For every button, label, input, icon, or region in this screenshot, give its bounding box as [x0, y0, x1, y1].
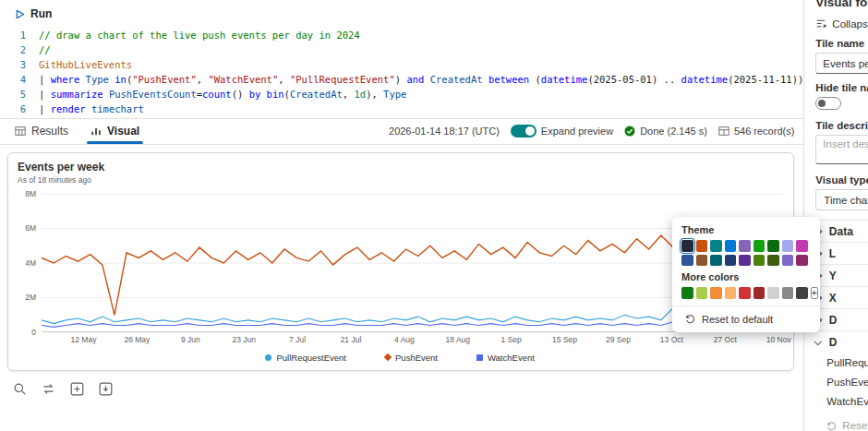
legend-item[interactable]: PushEvent	[385, 353, 438, 363]
zoom-in-icon[interactable]	[70, 382, 84, 396]
code-lines[interactable]: 1// draw a chart of the live push events…	[7, 28, 803, 116]
theme-color-swatch[interactable]	[710, 255, 722, 267]
reset-button[interactable]: Reset	[815, 420, 868, 431]
circle-marker	[265, 354, 271, 361]
theme-color-swatch[interactable]	[681, 255, 693, 267]
plot-area[interactable]	[42, 194, 782, 332]
custom-color-swatch[interactable]	[796, 287, 808, 299]
query-area: Run 1// draw a chart of the live push ev…	[0, 0, 804, 431]
feedback-icon[interactable]	[42, 382, 55, 396]
done-status: Done (2.145 s)	[640, 126, 707, 137]
square-marker	[476, 354, 483, 361]
panel-section-d[interactable]: D	[815, 308, 868, 330]
theme-color-swatch[interactable]	[753, 240, 766, 252]
panel-section-y[interactable]: Y	[815, 264, 868, 286]
add-color-button[interactable]: +	[811, 287, 818, 299]
code-line[interactable]: 2//	[7, 42, 803, 57]
tile-name-input[interactable]	[815, 53, 868, 74]
custom-color-swatch[interactable]	[782, 287, 794, 299]
collapse-all-button[interactable]: Collapse all	[815, 18, 868, 30]
timechart-plot	[42, 194, 782, 332]
panel-section-d[interactable]: D	[815, 330, 868, 353]
theme-color-swatch[interactable]	[739, 240, 751, 252]
run-button[interactable]: Run	[7, 6, 59, 22]
theme-color-swatch[interactable]	[782, 255, 794, 267]
y-tick-label: 4M	[25, 258, 36, 268]
legend: PullRequestEventPushEventWatchEvent	[18, 353, 782, 363]
tab-results-label: Results	[31, 125, 68, 138]
bar-chart-icon	[90, 126, 102, 137]
line-number: 6	[7, 102, 26, 116]
legend-item[interactable]: WatchEvent	[476, 353, 535, 363]
theme-color-swatch[interactable]	[725, 240, 737, 252]
theme-color-swatch[interactable]	[767, 255, 779, 267]
code-line[interactable]: 6| render timechart	[7, 102, 803, 116]
export-icon[interactable]	[99, 382, 113, 396]
divider	[672, 305, 820, 306]
search-icon[interactable]	[13, 382, 27, 396]
hide-tile-name-toggle[interactable]	[815, 97, 841, 110]
theme-color-swatch[interactable]	[710, 240, 722, 252]
collapse-all-label: Collapse all	[832, 18, 868, 30]
theme-swatch-rows	[681, 240, 811, 266]
code-line[interactable]: 5| summarize PushEventsCount=count() by …	[7, 87, 803, 102]
table-icon	[15, 126, 26, 137]
custom-color-swatch[interactable]	[767, 287, 779, 299]
query-statusbar: 2026-01-14 18:17 (UTC) Expand preview Do…	[389, 119, 794, 144]
visual-type-select[interactable]: Time chart	[815, 189, 868, 210]
x-tick-label: 12 May	[71, 335, 97, 344]
chart-toolbar	[0, 373, 803, 396]
code-line[interactable]: 1// draw a chart of the live push events…	[7, 28, 803, 42]
expand-preview-toggle[interactable]	[511, 125, 536, 138]
theme-color-swatch[interactable]	[725, 255, 737, 267]
custom-color-swatch[interactable]	[725, 287, 737, 299]
custom-color-swatch[interactable]	[696, 287, 708, 299]
tab-visual-label: Visual	[107, 125, 139, 138]
x-tick-label: 23 Jun	[232, 335, 256, 344]
theme-color-swatch[interactable]	[753, 255, 766, 267]
code-line[interactable]: 3GitHubLiveEvents	[7, 57, 803, 72]
run-label: Run	[30, 7, 52, 20]
color-picker-popup: Theme More colors + Reset to default	[672, 217, 820, 332]
visual-type-label: Visual type	[815, 174, 868, 186]
tab-results[interactable]: Results	[4, 119, 79, 144]
tab-visual[interactable]: Visual	[79, 119, 151, 144]
panel-section-data[interactable]: Data	[815, 220, 868, 242]
series-color-row: PushEventauto	[815, 372, 868, 391]
y-tick-label: 2M	[25, 293, 36, 302]
y-tick-label: 8M	[25, 189, 36, 198]
x-tick-label: 15 Sep	[552, 335, 577, 344]
more-colors-row: +	[681, 287, 811, 299]
diamond-marker	[384, 353, 392, 361]
hide-tile-name-label: Hide tile name	[815, 82, 868, 93]
theme-color-swatch[interactable]	[696, 255, 708, 267]
reset-to-default-button[interactable]: Reset to default	[681, 312, 811, 327]
undo-icon	[826, 421, 837, 431]
x-tick-label: 7 Jul	[289, 335, 306, 344]
code-line[interactable]: 4| where Type in("PushEvent", "WatchEven…	[7, 72, 803, 87]
theme-color-swatch[interactable]	[696, 240, 708, 252]
legend-item[interactable]: PullRequestEvent	[265, 353, 346, 363]
series-name: WatchEvent	[826, 396, 868, 407]
series-color-row: PullRequestEventauto	[815, 353, 868, 372]
panel-section-x[interactable]: X	[815, 286, 868, 308]
custom-color-swatch[interactable]	[753, 287, 766, 299]
theme-color-swatch[interactable]	[739, 255, 751, 267]
theme-color-swatch[interactable]	[681, 240, 693, 252]
theme-color-swatch[interactable]	[782, 240, 794, 252]
tile-description-input[interactable]	[815, 135, 868, 164]
reset-to-default-label: Reset to default	[702, 314, 773, 325]
results-tabbar: Results Visual 2026-01-14 18:17 (UTC) Ex…	[0, 118, 803, 145]
custom-color-swatch[interactable]	[739, 287, 751, 299]
theme-color-swatch[interactable]	[767, 240, 779, 252]
theme-color-swatch[interactable]	[796, 240, 808, 252]
x-tick-label: 29 Sep	[606, 335, 631, 344]
collapse-all-icon	[815, 18, 826, 30]
y-axis: 8M6M4M2M0	[18, 194, 42, 332]
visual-formatting-panel: Visual formatting Collapse all Tile name…	[804, 0, 868, 431]
theme-color-swatch[interactable]	[796, 255, 808, 267]
x-tick-label: 27 Oct	[714, 335, 737, 344]
panel-section-l[interactable]: L	[815, 242, 868, 264]
custom-color-swatch[interactable]	[681, 287, 693, 299]
custom-color-swatch[interactable]	[710, 287, 722, 299]
